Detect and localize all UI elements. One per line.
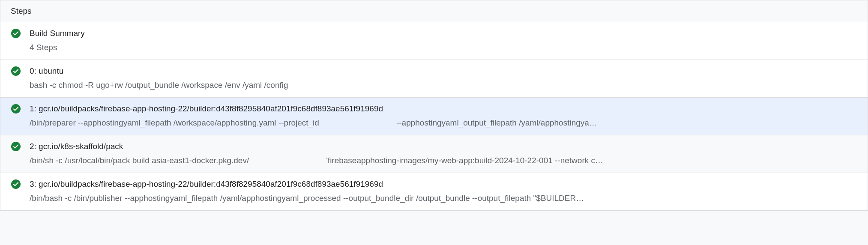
step-content: 1: gcr.io/buildpacks/firebase-app-hostin… — [30, 103, 857, 129]
step-content: 0: ubuntu bash -c chmod -R ugo+rw /outpu… — [30, 65, 857, 91]
success-icon — [11, 179, 21, 189]
step-row-2[interactable]: 2: gcr.io/k8s-skaffold/pack /bin/sh -c /… — [0, 135, 868, 173]
step-content: 2: gcr.io/k8s-skaffold/pack /bin/sh -c /… — [30, 140, 857, 167]
step-content: Build Summary 4 Steps — [30, 27, 857, 54]
success-icon — [11, 104, 21, 114]
command-seg2: 'firebaseapphosting-images/my-web-app:bu… — [326, 155, 857, 167]
step-title: 3: gcr.io/buildpacks/firebase-app-hostin… — [30, 178, 857, 191]
command-seg1: /bin/preparer --apphostingyaml_filepath … — [30, 117, 396, 129]
step-content: 3: gcr.io/buildpacks/firebase-app-hostin… — [30, 178, 857, 204]
summary-title: Build Summary — [30, 27, 857, 40]
steps-panel: Steps Build Summary 4 Steps 0: ubuntu ba… — [0, 0, 868, 211]
command-seg2: --apphostingyaml_output_filepath /yaml/a… — [396, 117, 857, 129]
step-title: 1: gcr.io/buildpacks/firebase-app-hostin… — [30, 103, 857, 115]
success-icon — [11, 66, 21, 76]
summary-subtitle: 4 Steps — [30, 42, 857, 54]
steps-header: Steps — [0, 0, 868, 22]
step-command: /bin/bash -c /bin/publisher --apphosting… — [30, 192, 857, 205]
header-title: Steps — [11, 6, 32, 15]
build-summary-row[interactable]: Build Summary 4 Steps — [0, 22, 868, 60]
step-command: bash -c chmod -R ugo+rw /output_bundle /… — [30, 79, 857, 92]
success-icon — [11, 141, 21, 152]
command-seg1: /bin/sh -c /usr/local/bin/pack build asi… — [30, 155, 326, 167]
step-command: /bin/sh -c /usr/local/bin/pack build asi… — [30, 155, 857, 167]
step-row-0[interactable]: 0: ubuntu bash -c chmod -R ugo+rw /outpu… — [0, 60, 868, 98]
success-icon — [11, 28, 21, 39]
step-title: 2: gcr.io/k8s-skaffold/pack — [30, 140, 857, 153]
step-command: /bin/preparer --apphostingyaml_filepath … — [30, 117, 857, 129]
step-row-1[interactable]: 1: gcr.io/buildpacks/firebase-app-hostin… — [0, 98, 868, 135]
step-row-3[interactable]: 3: gcr.io/buildpacks/firebase-app-hostin… — [0, 173, 868, 210]
step-title: 0: ubuntu — [30, 65, 857, 78]
